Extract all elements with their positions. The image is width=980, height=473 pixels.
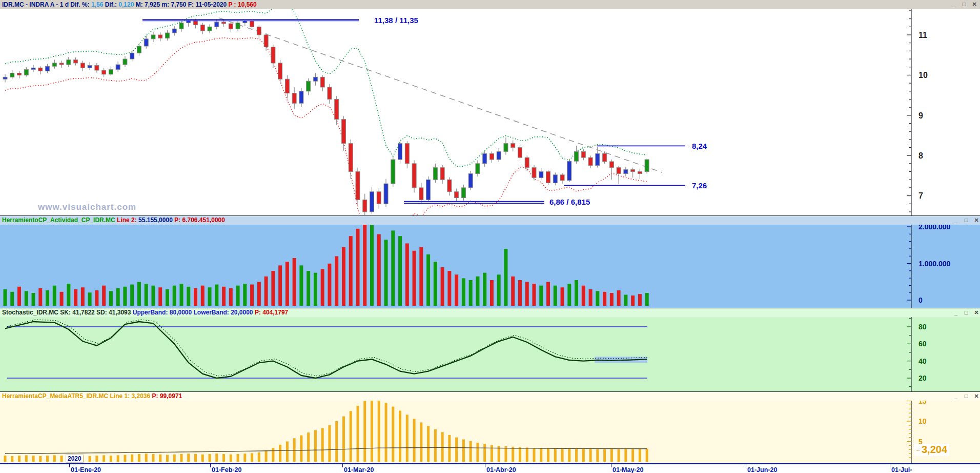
- header-text-part: M: 7,925 m: 7,750 F: 11-05-2020: [134, 1, 228, 8]
- svg-text:9: 9: [918, 111, 923, 120]
- minimize-icon[interactable]: _: [952, 310, 959, 316]
- close-icon[interactable]: ✕: [973, 218, 980, 224]
- header-text-part: UpperBand: 80,0000: [133, 309, 194, 316]
- svg-text:1.000.000: 1.000.000: [918, 260, 950, 268]
- svg-text:7: 7: [918, 191, 923, 200]
- atr-last-value: 3,204: [922, 444, 947, 455]
- date-label: 01-Mar-20: [344, 466, 374, 473]
- header-text-part: 55.155,0000: [138, 216, 174, 224]
- left-arrow-icon: ←: [915, 446, 921, 452]
- svg-text:2.000.000: 2.000.000: [918, 225, 950, 231]
- svg-text:8: 8: [918, 151, 923, 160]
- svg-text:80: 80: [918, 323, 927, 331]
- date-label: 01-Ene-20: [71, 466, 101, 473]
- header-text-part: P: 404,1797: [255, 309, 288, 316]
- svg-text:15: 15: [918, 401, 927, 405]
- date-tick: [485, 464, 485, 467]
- date-tick: [611, 464, 611, 467]
- atr-chart: 15105: [0, 401, 980, 463]
- volume-bars: [4, 225, 649, 306]
- atr-indicator-label: HerramientaCP_MediaATR5_IDR.MC Line 1: 3…: [2, 392, 182, 400]
- window-controls: _ □ ✕: [950, 1, 978, 8]
- maximize-icon[interactable]: □: [963, 310, 970, 316]
- svg-text:20: 20: [918, 374, 927, 382]
- minimize-icon[interactable]: _: [952, 393, 959, 400]
- stochastic-panel[interactable]: 80604020: [0, 317, 980, 391]
- header-text-part: P: 99,0971: [152, 392, 182, 400]
- svg-text:10: 10: [918, 71, 928, 80]
- instrument-title: IDR.MC - INDRA A - 1 d Dif. %: 1,56 Dif.…: [0, 1, 257, 8]
- close-icon[interactable]: ✕: [973, 393, 980, 400]
- svg-text:10: 10: [918, 417, 927, 425]
- media-atr-line: [5, 447, 647, 454]
- price-plot: 11,38 / 11,358,247,266,86 / 6,815: [3, 9, 707, 215]
- atr-panel-controls: _ □ ✕: [952, 392, 980, 400]
- lower-band-dotted: [5, 38, 647, 215]
- header-text-part: 0,120: [118, 1, 134, 8]
- header-text-part: 1,56: [91, 1, 103, 8]
- date-tick: [746, 464, 746, 467]
- header-text-part: IDR.MC - INDRA A - 1 d Dif. %:: [2, 1, 91, 8]
- atr-bars: [4, 401, 648, 462]
- header-text-part: Dif.:: [103, 1, 118, 8]
- maximize-icon[interactable]: □: [961, 2, 968, 8]
- stochastic-plot: [5, 320, 649, 378]
- stochastic-panel-header: Stochastic_IDR.MC SK: 41,7822 SD: 41,309…: [0, 308, 980, 317]
- stochastic-panel-controls: _ □ ✕: [952, 309, 980, 317]
- upper-band-dotted: [5, 9, 647, 166]
- date-label: 01-Jul-: [891, 466, 912, 473]
- header-text-part: LowerBand: 20,0000: [194, 309, 255, 316]
- header-text-part: P : 10,560: [229, 1, 257, 8]
- stochastic-indicator-label: Stochastic_IDR.MC SK: 41,7822 SD: 41,309…: [2, 309, 288, 316]
- atr-last-value-marker: ←3,204: [914, 444, 949, 456]
- window-titlebar: IDR.MC - INDRA A - 1 d Dif. %: 1,56 Dif.…: [0, 0, 980, 10]
- header-text-part: P: 6.706.451,0000: [174, 216, 225, 224]
- close-icon[interactable]: ✕: [971, 2, 978, 8]
- date-tick: [890, 464, 890, 467]
- date-label: 01-Jun-20: [747, 466, 777, 473]
- minimize-icon[interactable]: _: [950, 2, 957, 8]
- date-tick: [342, 464, 343, 467]
- date-axis[interactable]: 01-Ene-2001-Feb-2001-Mar-2001-Abr-2001-M…: [0, 463, 980, 473]
- stochastic-sd-line: [7, 320, 649, 376]
- volume-panel-controls: _ □ ✕: [952, 216, 980, 224]
- maximize-icon[interactable]: □: [963, 218, 970, 224]
- candles: [3, 19, 649, 215]
- header-text-part: Stochastic_IDR.MC SK: 41,7822 SD: 41,309…: [2, 309, 133, 316]
- price-level-label: 11,38 / 11,35: [374, 16, 418, 25]
- header-text-part: HerramientoCP_Actividad_CP_IDR.MC: [2, 216, 117, 224]
- svg-text:60: 60: [918, 340, 927, 348]
- atr-panel[interactable]: 15105 ←3,204: [0, 401, 980, 463]
- stochastic-chart: 80604020: [0, 317, 980, 391]
- volume-panel-header: HerramientoCP_Actividad_CP_IDR.MC Line 2…: [0, 215, 980, 225]
- volume-panel[interactable]: 2.000.0001.000.0000: [0, 225, 980, 308]
- price-panel[interactable]: 11,38 / 11,358,247,266,86 / 6,8151110987…: [0, 9, 980, 215]
- stochastic-sk-line: [5, 322, 647, 378]
- date-tick: [210, 464, 211, 467]
- date-tick: [69, 464, 70, 467]
- price-level-label: 6,86 / 6,815: [549, 198, 590, 206]
- header-text-part: HerramientaCP_MediaATR5_IDR.MC Line 1: 3…: [2, 392, 152, 400]
- candlestick-chart: 11,38 / 11,358,247,266,86 / 6,8151110987: [0, 9, 980, 215]
- maximize-icon[interactable]: □: [963, 393, 970, 400]
- minimize-icon[interactable]: _: [952, 218, 959, 224]
- svg-text:11: 11: [918, 31, 927, 40]
- price-level-label: 7,26: [692, 181, 707, 190]
- date-label: 01-May-20: [612, 466, 643, 473]
- atr-panel-header: HerramientaCP_MediaATR5_IDR.MC Line 1: 3…: [0, 391, 980, 401]
- price-level-label: 8,24: [692, 142, 707, 150]
- svg-text:40: 40: [918, 357, 927, 365]
- date-label: 01-Abr-20: [486, 466, 516, 473]
- watermark: www.visualchart.com: [38, 202, 136, 212]
- year-label: 2020: [66, 455, 84, 463]
- date-label: 01-Feb-20: [212, 466, 241, 473]
- volume-indicator-label: HerramientoCP_Actividad_CP_IDR.MC Line 2…: [2, 216, 225, 224]
- svg-text:0: 0: [918, 296, 923, 304]
- volume-histogram: 2.000.0001.000.0000: [0, 225, 980, 308]
- close-icon[interactable]: ✕: [973, 310, 980, 316]
- header-text-part: Line 2:: [117, 216, 138, 224]
